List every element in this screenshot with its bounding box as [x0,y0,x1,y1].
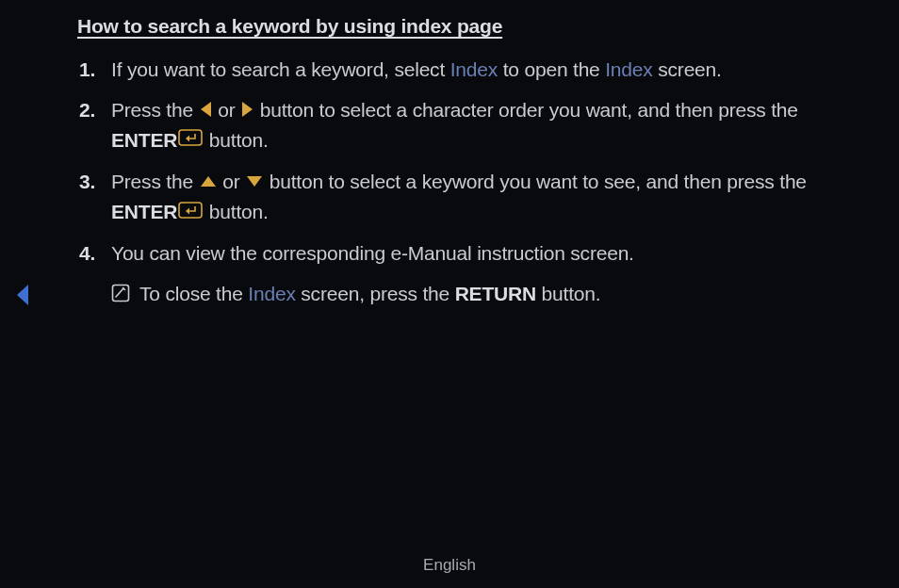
steps-list: If you want to search a keyword, select … [77,55,859,270]
index-link-1: Index [450,58,498,80]
note-row: To close the Index screen, press the RET… [77,279,859,309]
svg-rect-1 [179,203,202,218]
step-3: Press the or button to select a keyword … [77,167,859,229]
up-arrow-icon [201,176,216,187]
svg-rect-2 [113,286,129,302]
note-a: To close the [139,283,248,304]
step-1-text-e: screen. [653,58,722,80]
step-2-text-a: Press the [111,99,199,121]
index-link-2: Index [605,58,652,80]
step-1-text-c: to open the [498,58,605,80]
step-3-text-b: or [218,171,246,192]
note-text: To close the Index screen, press the RET… [139,279,600,309]
step-3-text-a: Press the [111,171,199,192]
nav-prev-button[interactable] [13,283,32,311]
right-arrow-icon [242,102,253,117]
note-icon [111,284,130,302]
page-content: How to search a keyword by using index p… [77,15,859,308]
left-arrow-icon [201,102,211,117]
enter-label-2: ENTER [111,201,177,222]
index-link-3: Index [248,283,295,304]
svg-rect-0 [179,130,202,145]
note-c: screen, press the [296,283,455,304]
step-4: You can view the corresponding e-Manual … [77,238,859,270]
step-3-text-e: button. [204,201,268,222]
enter-icon [178,197,203,228]
enter-icon [178,124,203,155]
step-2-text-c: button to select a character order you w… [254,99,798,121]
note-e: button. [536,283,600,304]
step-1: If you want to search a keyword, select … [77,55,859,86]
step-2-text-e: button. [204,129,268,151]
down-arrow-icon [247,176,262,187]
step-1-text-a: If you want to search a keyword, select [111,58,450,80]
page-title: How to search a keyword by using index p… [77,15,859,38]
footer-language: English [0,556,899,575]
return-label: RETURN [455,283,536,304]
step-2: Press the or button to select a characte… [77,95,859,157]
enter-label-1: ENTER [111,129,177,151]
step-4-text: You can view the corresponding e-Manual … [111,242,634,264]
step-2-text-b: or [213,99,241,121]
step-3-text-c: button to select a keyword you want to s… [264,171,807,192]
